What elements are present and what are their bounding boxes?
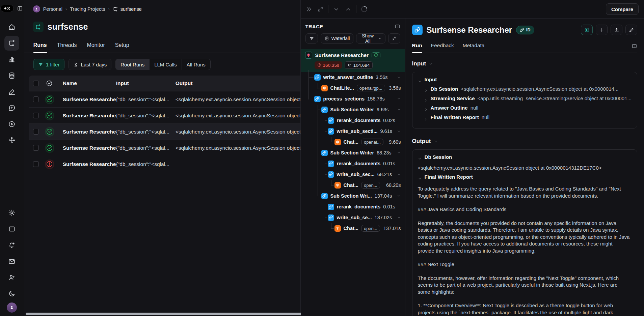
chevron-down-icon[interactable] bbox=[397, 108, 401, 112]
date-range-button[interactable]: Last 7 days bbox=[69, 59, 112, 70]
collapse-tree-button[interactable] bbox=[388, 33, 400, 44]
settings-icon[interactable] bbox=[4, 205, 19, 220]
filter-count-button[interactable]: 1 filter bbox=[33, 59, 64, 70]
annotate-button[interactable] bbox=[625, 25, 637, 35]
chevron-down-icon[interactable] bbox=[418, 177, 422, 181]
json-key-row[interactable]: Final Written Report bbox=[418, 174, 632, 183]
trace-span[interactable]: write_sub_secti... 9.61s bbox=[301, 126, 405, 137]
docs-icon[interactable] bbox=[4, 222, 19, 236]
compare-button[interactable]: Compare bbox=[606, 3, 639, 15]
prompts-icon[interactable] bbox=[4, 100, 19, 115]
chevron-right-icon[interactable] bbox=[424, 89, 428, 93]
segment-root-runs[interactable]: Root Runs bbox=[116, 59, 150, 70]
breadcrumb-project[interactable]: surfsense bbox=[113, 6, 142, 12]
trace-span[interactable]: Sub Section Writer 9.63s bbox=[301, 104, 405, 115]
column-output[interactable]: Output bbox=[176, 80, 300, 86]
tab-runs[interactable]: Runs bbox=[33, 42, 47, 53]
table-row[interactable]: Surfsense Researcher {"db_session":"<sql… bbox=[29, 108, 300, 124]
tab-metadata[interactable]: Metadata bbox=[463, 42, 485, 53]
trace-filter-button[interactable] bbox=[305, 33, 318, 44]
column-input[interactable]: Input bbox=[116, 80, 176, 86]
datasets-icon[interactable] bbox=[4, 68, 19, 83]
table-row-selected[interactable]: Surfsense Researcher {"db_session":"<sql… bbox=[29, 124, 300, 140]
trace-span[interactable]: Chat... open... 68.20s bbox=[301, 180, 405, 191]
trace-span[interactable]: Chat... open... 137.01s bbox=[301, 223, 405, 234]
annotation-queues-icon[interactable] bbox=[4, 84, 19, 99]
chevron-down-icon[interactable] bbox=[397, 75, 401, 79]
chevron-down-icon[interactable] bbox=[397, 194, 401, 198]
trace-panel-toggle-icon[interactable] bbox=[395, 24, 400, 29]
row-checkbox[interactable] bbox=[33, 161, 39, 167]
next-run-icon[interactable] bbox=[333, 6, 340, 12]
waterfall-button[interactable]: Waterfall bbox=[321, 33, 354, 44]
sidebar-collapse-icon[interactable] bbox=[16, 5, 24, 12]
workspace-avatar[interactable] bbox=[33, 5, 40, 12]
trace-root-span[interactable]: Surfsense Researcher 160.35s 104,684 bbox=[301, 49, 405, 72]
trace-span[interactable]: write_sub_sec... 68.21s bbox=[301, 169, 405, 180]
trace-span[interactable]: process_sections 156.78s bbox=[301, 93, 405, 104]
playground-icon[interactable] bbox=[4, 117, 19, 132]
segment-all-runs[interactable]: All Runs bbox=[182, 59, 210, 70]
run-name[interactable]: Surfsense Researcher bbox=[63, 96, 116, 103]
input-section-header[interactable]: Input bbox=[412, 60, 637, 67]
chevron-down-icon[interactable] bbox=[418, 157, 422, 161]
collapse-panel-icon[interactable] bbox=[305, 6, 312, 12]
chevron-right-icon[interactable] bbox=[424, 98, 428, 102]
json-key-row[interactable]: Answer Outline null bbox=[418, 105, 632, 114]
invite-user-icon[interactable] bbox=[4, 270, 19, 285]
chevron-down-icon[interactable] bbox=[418, 79, 422, 83]
show-all-dropdown[interactable]: Show All bbox=[356, 33, 385, 44]
home-icon[interactable] bbox=[4, 20, 19, 34]
side-panel-toggle-icon[interactable] bbox=[632, 43, 637, 52]
trace-span[interactable]: rerank_documents 0.02s bbox=[301, 115, 405, 126]
table-row[interactable]: Surfsense Researcher {"db_session":"<sql… bbox=[29, 156, 300, 172]
previous-run-icon[interactable] bbox=[345, 6, 351, 12]
copy-id-button[interactable]: ID bbox=[516, 26, 534, 34]
chevron-down-icon[interactable] bbox=[397, 97, 401, 101]
chevron-down-icon[interactable] bbox=[397, 151, 401, 155]
deployments-icon[interactable] bbox=[4, 133, 19, 148]
notifications-icon[interactable] bbox=[4, 238, 19, 253]
json-key-row[interactable]: Db Session <sqlalchemy.ext.asyncio.sessi… bbox=[418, 86, 632, 95]
tab-threads[interactable]: Threads bbox=[57, 42, 77, 53]
json-root-row[interactable]: Input bbox=[418, 77, 632, 86]
table-row[interactable]: Surfsense Researcher {"db_session":"<sql… bbox=[29, 140, 300, 156]
chevron-down-icon[interactable] bbox=[397, 129, 401, 133]
trace-span[interactable]: Sub Section Writer 68.23s bbox=[301, 147, 405, 158]
column-name[interactable]: Name bbox=[63, 80, 116, 86]
chevron-down-icon[interactable] bbox=[397, 216, 401, 220]
json-key-row[interactable]: Db Session bbox=[418, 154, 632, 164]
tab-setup[interactable]: Setup bbox=[115, 42, 129, 53]
trace-span[interactable]: rerank_documents 0.01s bbox=[301, 158, 405, 169]
dashboards-icon[interactable] bbox=[4, 52, 19, 67]
tracing-projects-icon[interactable] bbox=[4, 36, 19, 51]
langsmith-logo[interactable] bbox=[0, 5, 14, 12]
open-in-playground-button[interactable] bbox=[581, 25, 593, 35]
share-button[interactable] bbox=[611, 25, 622, 35]
breadcrumb-workspace[interactable]: Personal bbox=[43, 6, 62, 12]
trace-span[interactable]: ChatLite... openai/gp... 3.56s bbox=[301, 83, 405, 93]
run-name[interactable]: Surfsense Researcher bbox=[63, 129, 116, 135]
row-checkbox[interactable] bbox=[33, 129, 39, 135]
horizontal-scrollbar[interactable] bbox=[26, 313, 302, 315]
chevron-right-icon[interactable] bbox=[424, 108, 428, 112]
chevron-down-icon[interactable] bbox=[397, 172, 401, 176]
run-name[interactable]: Surfsense Researcher bbox=[63, 113, 116, 119]
segment-llm-calls[interactable]: LLM Calls bbox=[150, 59, 182, 70]
add-to-dataset-button[interactable] bbox=[596, 25, 608, 35]
select-all-checkbox[interactable] bbox=[33, 81, 39, 86]
tab-monitor[interactable]: Monitor bbox=[87, 42, 105, 53]
row-checkbox[interactable] bbox=[33, 96, 39, 102]
dark-mode-icon[interactable] bbox=[4, 286, 19, 301]
tab-feedback[interactable]: Feedback bbox=[431, 42, 454, 53]
trace-span[interactable]: write_answer_outline 3.56s bbox=[301, 72, 405, 83]
chevron-right-icon[interactable] bbox=[424, 117, 428, 121]
trace-span[interactable]: Chat... openai... 9.60s bbox=[301, 137, 405, 147]
trace-span[interactable]: rerank_documents 0.01s bbox=[301, 201, 405, 212]
run-name[interactable]: Surfsense Researcher bbox=[63, 145, 116, 151]
table-row[interactable]: Surfsense Researcher {"db_session":"<sql… bbox=[29, 91, 300, 108]
trace-span[interactable]: write_sub_se... 137.02s bbox=[301, 212, 405, 223]
json-key-row[interactable]: Final Written Report null bbox=[418, 114, 632, 124]
output-section-header[interactable]: Output bbox=[412, 138, 637, 145]
breadcrumb-section[interactable]: Tracing Projects bbox=[70, 6, 105, 12]
